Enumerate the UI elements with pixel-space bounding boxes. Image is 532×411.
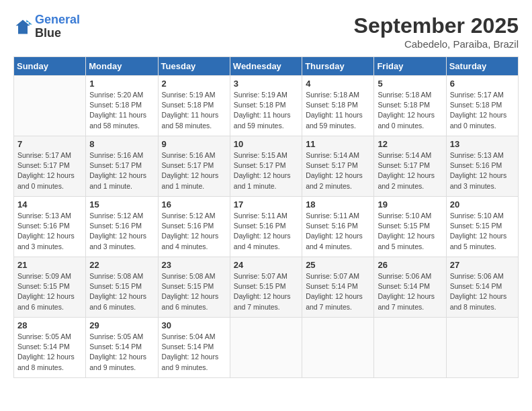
calendar-cell: 27Sunrise: 5:06 AMSunset: 5:14 PMDayligh… <box>446 257 518 318</box>
day-number: 6 <box>450 79 515 89</box>
calendar-header: SundayMondayTuesdayWednesdayThursdayFrid… <box>14 57 519 76</box>
calendar-cell: 17Sunrise: 5:11 AMSunset: 5:16 PMDayligh… <box>230 197 302 257</box>
day-number: 24 <box>234 260 298 270</box>
title-block: September 2025 Cabedelo, Paraiba, Brazil <box>354 13 519 50</box>
calendar-cell: 4Sunrise: 5:18 AMSunset: 5:18 PMDaylight… <box>302 76 374 136</box>
calendar-cell: 23Sunrise: 5:08 AMSunset: 5:15 PMDayligh… <box>158 257 230 318</box>
day-number: 19 <box>378 199 442 210</box>
day-number: 21 <box>17 260 82 270</box>
day-info: Sunrise: 5:11 AMSunset: 5:16 PMDaylight:… <box>234 211 298 252</box>
day-info: Sunrise: 5:06 AMSunset: 5:14 PMDaylight:… <box>378 271 442 312</box>
calendar-cell <box>14 76 86 136</box>
day-number: 10 <box>234 139 298 149</box>
calendar-cell: 19Sunrise: 5:10 AMSunset: 5:15 PMDayligh… <box>374 197 446 257</box>
day-number: 30 <box>162 320 226 330</box>
calendar-cell <box>302 318 374 378</box>
month-title: September 2025 <box>354 13 519 38</box>
day-number: 2 <box>162 79 226 89</box>
calendar-week-row: 7Sunrise: 5:17 AMSunset: 5:17 PMDaylight… <box>14 136 519 197</box>
day-info: Sunrise: 5:16 AMSunset: 5:17 PMDaylight:… <box>89 150 154 191</box>
logo-text: General Blue <box>35 13 80 40</box>
calendar-week-row: 14Sunrise: 5:13 AMSunset: 5:16 PMDayligh… <box>14 197 519 257</box>
calendar-cell: 7Sunrise: 5:17 AMSunset: 5:17 PMDaylight… <box>14 136 86 197</box>
calendar-cell: 3Sunrise: 5:19 AMSunset: 5:18 PMDaylight… <box>230 76 302 136</box>
day-number: 15 <box>89 199 154 210</box>
calendar-cell: 10Sunrise: 5:15 AMSunset: 5:17 PMDayligh… <box>230 136 302 197</box>
weekday-header: Wednesday <box>230 57 302 76</box>
weekday-header: Saturday <box>446 57 518 76</box>
day-number: 20 <box>450 199 515 210</box>
weekday-header: Friday <box>374 57 446 76</box>
calendar-cell: 2Sunrise: 5:19 AMSunset: 5:18 PMDaylight… <box>158 76 230 136</box>
day-info: Sunrise: 5:05 AMSunset: 5:14 PMDaylight:… <box>17 332 82 373</box>
day-info: Sunrise: 5:18 AMSunset: 5:18 PMDaylight:… <box>378 90 442 131</box>
day-info: Sunrise: 5:15 AMSunset: 5:17 PMDaylight:… <box>234 150 298 191</box>
day-info: Sunrise: 5:07 AMSunset: 5:15 PMDaylight:… <box>234 271 298 312</box>
day-number: 7 <box>17 139 82 149</box>
day-info: Sunrise: 5:05 AMSunset: 5:14 PMDaylight:… <box>89 332 154 373</box>
day-number: 11 <box>306 139 370 149</box>
weekday-header: Thursday <box>302 57 374 76</box>
day-info: Sunrise: 5:06 AMSunset: 5:14 PMDaylight:… <box>450 271 515 312</box>
day-info: Sunrise: 5:08 AMSunset: 5:15 PMDaylight:… <box>162 271 226 312</box>
calendar-cell: 21Sunrise: 5:09 AMSunset: 5:15 PMDayligh… <box>14 257 86 318</box>
day-info: Sunrise: 5:11 AMSunset: 5:16 PMDaylight:… <box>306 211 370 252</box>
weekday-header: Monday <box>86 57 158 76</box>
calendar-cell: 18Sunrise: 5:11 AMSunset: 5:16 PMDayligh… <box>302 197 374 257</box>
day-number: 12 <box>378 139 442 149</box>
day-info: Sunrise: 5:19 AMSunset: 5:18 PMDaylight:… <box>234 90 298 131</box>
day-number: 13 <box>450 139 515 149</box>
calendar-week-row: 1Sunrise: 5:20 AMSunset: 5:18 PMDaylight… <box>14 76 519 136</box>
calendar-cell: 26Sunrise: 5:06 AMSunset: 5:14 PMDayligh… <box>374 257 446 318</box>
day-info: Sunrise: 5:10 AMSunset: 5:15 PMDaylight:… <box>378 211 442 252</box>
calendar-cell: 9Sunrise: 5:16 AMSunset: 5:17 PMDaylight… <box>158 136 230 197</box>
calendar-cell <box>374 318 446 378</box>
day-number: 22 <box>89 260 154 270</box>
calendar-cell: 29Sunrise: 5:05 AMSunset: 5:14 PMDayligh… <box>86 318 158 378</box>
location-subtitle: Cabedelo, Paraiba, Brazil <box>354 38 519 50</box>
calendar-table: SundayMondayTuesdayWednesdayThursdayFrid… <box>13 56 519 378</box>
day-info: Sunrise: 5:20 AMSunset: 5:18 PMDaylight:… <box>89 90 154 131</box>
day-number: 17 <box>234 199 298 210</box>
day-number: 14 <box>17 199 82 210</box>
calendar-cell: 16Sunrise: 5:12 AMSunset: 5:16 PMDayligh… <box>158 197 230 257</box>
day-number: 29 <box>89 320 154 330</box>
day-info: Sunrise: 5:07 AMSunset: 5:14 PMDaylight:… <box>306 271 370 312</box>
day-number: 28 <box>17 320 82 330</box>
day-info: Sunrise: 5:19 AMSunset: 5:18 PMDaylight:… <box>162 90 226 131</box>
day-info: Sunrise: 5:08 AMSunset: 5:15 PMDaylight:… <box>89 271 154 312</box>
calendar-cell: 14Sunrise: 5:13 AMSunset: 5:16 PMDayligh… <box>14 197 86 257</box>
day-number: 5 <box>378 79 442 89</box>
calendar-cell: 6Sunrise: 5:17 AMSunset: 5:18 PMDaylight… <box>446 76 518 136</box>
calendar-cell: 28Sunrise: 5:05 AMSunset: 5:14 PMDayligh… <box>14 318 86 378</box>
day-info: Sunrise: 5:17 AMSunset: 5:18 PMDaylight:… <box>450 90 515 131</box>
calendar-cell <box>230 318 302 378</box>
calendar-cell: 22Sunrise: 5:08 AMSunset: 5:15 PMDayligh… <box>86 257 158 318</box>
day-number: 27 <box>450 260 515 270</box>
day-info: Sunrise: 5:16 AMSunset: 5:17 PMDaylight:… <box>162 150 226 191</box>
calendar-cell: 12Sunrise: 5:14 AMSunset: 5:17 PMDayligh… <box>374 136 446 197</box>
day-number: 1 <box>89 79 154 89</box>
day-number: 23 <box>162 260 226 270</box>
weekday-header-row: SundayMondayTuesdayWednesdayThursdayFrid… <box>14 57 519 76</box>
calendar-cell: 30Sunrise: 5:04 AMSunset: 5:14 PMDayligh… <box>158 318 230 378</box>
calendar-cell: 20Sunrise: 5:10 AMSunset: 5:15 PMDayligh… <box>446 197 518 257</box>
calendar-cell: 8Sunrise: 5:16 AMSunset: 5:17 PMDaylight… <box>86 136 158 197</box>
day-info: Sunrise: 5:04 AMSunset: 5:14 PMDaylight:… <box>162 332 226 373</box>
calendar-cell <box>446 318 518 378</box>
logo: General Blue <box>13 13 80 40</box>
calendar-cell: 13Sunrise: 5:13 AMSunset: 5:16 PMDayligh… <box>446 136 518 197</box>
day-number: 9 <box>162 139 226 149</box>
day-info: Sunrise: 5:14 AMSunset: 5:17 PMDaylight:… <box>306 150 370 191</box>
day-info: Sunrise: 5:10 AMSunset: 5:15 PMDaylight:… <box>450 211 515 252</box>
weekday-header: Tuesday <box>158 57 230 76</box>
day-number: 4 <box>306 79 370 89</box>
day-info: Sunrise: 5:18 AMSunset: 5:18 PMDaylight:… <box>306 90 370 131</box>
calendar-cell: 25Sunrise: 5:07 AMSunset: 5:14 PMDayligh… <box>302 257 374 318</box>
day-number: 8 <box>89 139 154 149</box>
day-number: 16 <box>162 199 226 210</box>
day-info: Sunrise: 5:12 AMSunset: 5:16 PMDaylight:… <box>89 211 154 252</box>
day-number: 26 <box>378 260 442 270</box>
calendar-week-row: 28Sunrise: 5:05 AMSunset: 5:14 PMDayligh… <box>14 318 519 378</box>
calendar-cell: 5Sunrise: 5:18 AMSunset: 5:18 PMDaylight… <box>374 76 446 136</box>
